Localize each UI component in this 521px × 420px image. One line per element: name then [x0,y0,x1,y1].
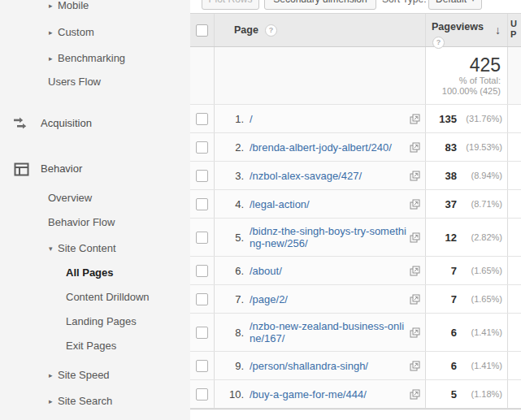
sidebar-item-label: Content Drilldown [66,291,150,303]
sidebar-item-landing-pages[interactable]: Landing Pages [66,314,137,330]
sidebar-item-label: Site Speed [58,369,110,381]
row-clipped-cell [508,380,521,408]
collapsed-triangle-icon: ▸ [49,50,58,67]
row-page-cell: 2. /brenda-albert-jody-albert/240/ [215,133,426,161]
page-column-header[interactable]: Page ? [215,14,426,46]
secondary-dimension-dropdown[interactable]: Secondary dimension [264,0,376,10]
row-page-cell: 3. /nzbol-alex-savage/427/ [215,162,426,189]
row-checkbox[interactable] [196,141,208,154]
page-link[interactable]: /page/2/ [250,293,406,305]
row-page-cell: 9. /person/shallandra-singh/ [215,352,426,379]
sidebar-item-label: Site Content [58,242,116,254]
page-link[interactable]: /bidnz-the-singh-boys-try-something-new/… [250,225,406,249]
pageviews-value: 5 [451,388,457,401]
table-row: 10. /buy-a-game-for-me/444/ 5 (1.18 [190,380,521,409]
help-icon[interactable]: ? [432,37,445,49]
pageviews-value: 6 [451,327,457,339]
summary-empty-cell [508,47,521,104]
row-rank: 6. [226,265,244,277]
table-row: 7. /page/2/ 7 (1.65%) [190,285,521,314]
row-checkbox[interactable] [196,360,208,372]
page-link[interactable]: /person/shallandra-singh/ [250,360,406,372]
open-in-new-window-icon[interactable] [410,232,420,243]
sidebar-item-behavior-flow[interactable]: Behavior Flow [48,214,115,231]
page-link[interactable]: /brenda-albert-jody-albert/240/ [250,141,406,154]
sidebar-item-exit-pages[interactable]: Exit Pages [66,338,116,354]
row-page-cell: 8. /nzbo-new-zealand-business-online/167… [215,314,426,351]
sidebar-item-overview[interactable]: Overview [48,190,92,206]
pageviews-percent: (1.41%) [457,327,502,337]
sort-type-label: Sort Type: [382,0,426,10]
page-link[interactable]: /about/ [250,265,406,277]
sidebar-item-mobile[interactable]: ▸Mobile [49,0,89,14]
sidebar-item-label: Users Flow [48,76,101,88]
page-link[interactable]: /nzbo-new-zealand-business-online/167/ [250,320,406,344]
row-checkbox-cell [190,162,215,189]
sidebar-section-label: Behavior [41,160,82,178]
sidebar-item-all-pages[interactable]: All Pages [66,265,114,281]
page-link[interactable]: / [250,113,406,125]
sidebar-item-content-drilldown[interactable]: Content Drilldown [66,289,150,305]
page-link[interactable]: /buy-a-game-for-me/444/ [250,388,406,401]
pageviews-value: 6 [451,360,457,372]
row-checkbox-cell [190,133,215,161]
row-rank: 10. [226,388,244,401]
table-row: 6. /about/ 7 (1.65%) [190,257,521,285]
table-row: 5. /bidnz-the-singh-boys-try-something-n… [190,219,521,257]
open-in-new-window-icon[interactable] [410,361,420,371]
row-checkbox[interactable] [196,170,208,182]
sidebar-section-behavior[interactable]: Behavior [13,160,82,178]
open-in-new-window-icon[interactable] [410,294,420,305]
row-checkbox[interactable] [196,293,208,305]
sidebar-item-site-speed[interactable]: ▸Site Speed [49,367,110,383]
open-in-new-window-icon[interactable] [410,199,420,210]
sidebar-section-acquisition[interactable]: Acquisition [13,115,92,132]
select-all-checkbox[interactable] [196,24,208,37]
sort-type-dropdown[interactable]: Default ▾ [428,0,482,10]
open-in-new-window-icon[interactable] [410,266,420,276]
row-pageviews-cell: 6 (1.41%) [426,314,508,351]
row-checkbox[interactable] [196,198,208,210]
row-page-cell: 10. /buy-a-game-for-me/444/ [215,380,426,408]
open-in-new-window-icon[interactable] [410,114,420,124]
pct-of-total-value: 100.00% (425) [442,86,501,97]
sidebar-item-benchmarking[interactable]: ▸Benchmarking [49,50,125,67]
row-checkbox-cell [190,219,215,256]
row-checkbox[interactable] [196,113,208,125]
pageviews-value: 135 [439,113,457,125]
pageviews-column-header[interactable]: Pageviews ? ↓ [426,14,508,46]
page-link[interactable]: /legal-action/ [250,198,406,210]
pageviews-value: 7 [451,293,457,305]
row-checkbox[interactable] [196,232,208,244]
row-page-cell: 4. /legal-action/ [215,190,426,218]
open-in-new-window-icon[interactable] [410,327,420,338]
sidebar-item-label: Exit Pages [66,340,116,352]
unique-pageviews-column-header-clipped[interactable]: U P [508,14,521,46]
pageviews-value: 83 [445,141,457,154]
sidebar-item-site-content[interactable]: ▾Site Content [49,240,116,257]
open-in-new-window-icon[interactable] [410,389,420,400]
row-clipped-cell [508,162,521,189]
pageviews-percent: (2.82%) [457,232,502,242]
row-clipped-cell [508,133,521,161]
open-in-new-window-icon[interactable] [410,171,420,181]
sidebar-item-label: Overview [48,192,92,204]
sidebar-item-custom[interactable]: ▸Custom [49,24,94,41]
sidebar-item-label: Landing Pages [66,315,137,327]
row-page-cell: 6. /about/ [215,257,426,284]
row-pageviews-cell: 135 (31.76%) [426,105,508,132]
page-link[interactable]: /nzbol-alex-savage/427/ [250,170,406,182]
row-checkbox-cell [190,352,215,379]
sidebar-item-site-search[interactable]: ▸Site Search [49,393,112,409]
pageviews-total: 425 [470,54,501,76]
sidebar-item-users-flow[interactable]: Users Flow [48,74,101,90]
help-icon[interactable]: ? [265,24,277,37]
row-checkbox[interactable] [196,327,208,339]
open-in-new-window-icon[interactable] [410,142,420,153]
row-checkbox[interactable] [196,388,208,401]
row-checkbox-cell [190,190,215,218]
table-row: 2. /brenda-albert-jody-albert/240/ 83 [190,133,521,162]
row-checkbox[interactable] [196,265,208,277]
page-column-label: Page [234,24,258,36]
plot-rows-button[interactable]: Plot Rows [202,0,259,10]
